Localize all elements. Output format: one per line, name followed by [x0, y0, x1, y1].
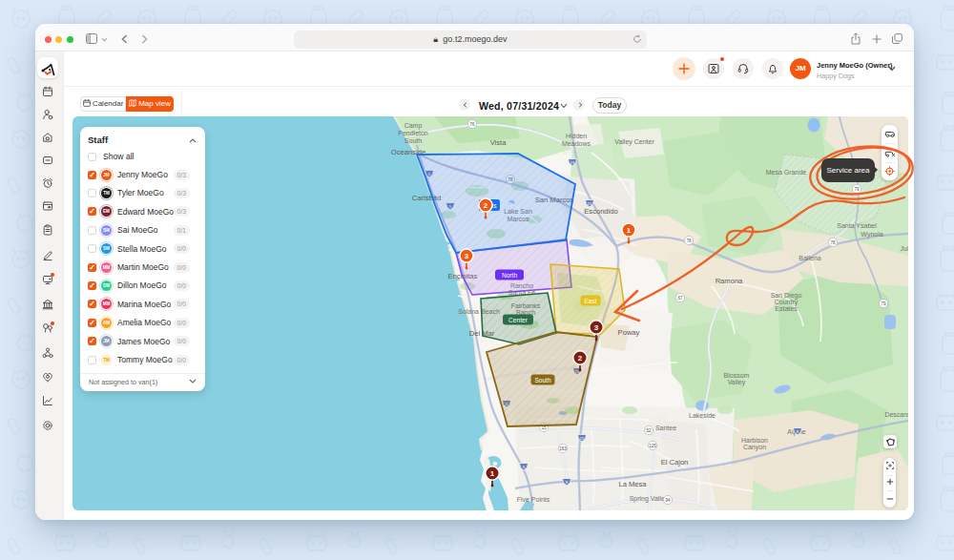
svg-text:Center: Center	[508, 317, 529, 323]
svg-text:Pendleton: Pendleton	[398, 130, 428, 136]
svg-text:94: 94	[665, 498, 671, 503]
svg-text:Camp: Camp	[404, 122, 423, 130]
svg-text:South: South	[404, 137, 422, 144]
svg-text:Santa Ysabel: Santa Ysabel	[837, 222, 877, 229]
svg-text:Canyon: Canyon	[743, 444, 766, 451]
svg-text:Hidden: Hidden	[566, 133, 587, 139]
svg-text:Harbison: Harbison	[741, 437, 768, 444]
svg-text:La Mesa: La Mesa	[618, 480, 647, 488]
svg-text:1: 1	[490, 469, 495, 478]
svg-text:Valley Center: Valley Center	[614, 138, 654, 146]
svg-text:1: 1	[627, 226, 632, 235]
svg-text:Descans: Descans	[884, 411, 908, 418]
svg-text:79: 79	[854, 187, 860, 192]
svg-text:Valley: Valley	[728, 379, 746, 386]
svg-text:2: 2	[578, 354, 583, 363]
svg-text:Lakeside: Lakeside	[689, 412, 716, 419]
svg-text:52: 52	[646, 428, 652, 433]
svg-text:Vista: Vista	[490, 138, 508, 147]
svg-text:125: 125	[649, 444, 656, 448]
svg-text:79: 79	[881, 301, 886, 306]
svg-text:South: South	[534, 377, 551, 384]
svg-text:Mesa Grande: Mesa Grande	[766, 169, 807, 176]
svg-text:78: 78	[686, 239, 692, 243]
svg-text:Estates: Estates	[775, 305, 798, 312]
svg-text:El Cajon: El Cajon	[661, 458, 689, 467]
svg-text:Poway: Poway	[618, 328, 640, 337]
svg-text:Wynola: Wynola	[861, 231, 882, 239]
svg-text:76: 76	[469, 122, 475, 127]
svg-text:Spring Valley: Spring Valley	[630, 495, 669, 503]
svg-text:15: 15	[580, 436, 585, 441]
svg-text:15: 15	[588, 201, 592, 206]
svg-text:North: North	[502, 272, 517, 279]
svg-text:3: 3	[465, 252, 469, 260]
svg-text:Ramona: Ramona	[716, 277, 743, 285]
svg-text:78: 78	[830, 240, 836, 245]
svg-text:2: 2	[484, 201, 488, 210]
svg-text:Ballena: Ballena	[798, 255, 820, 261]
svg-text:67: 67	[677, 296, 683, 301]
svg-text:Five Points: Five Points	[517, 496, 550, 503]
svg-text:East: East	[584, 298, 596, 304]
svg-text:163: 163	[559, 446, 567, 451]
svg-text:Meadows: Meadows	[562, 140, 591, 147]
svg-text:3: 3	[594, 323, 599, 332]
svg-text:15: 15	[570, 160, 575, 165]
svg-text:Blossom: Blossom	[724, 372, 750, 379]
svg-text:Jul: Jul	[901, 245, 908, 252]
svg-text:Santee: Santee	[655, 425, 676, 431]
svg-text:Escondido: Escondido	[584, 207, 617, 216]
